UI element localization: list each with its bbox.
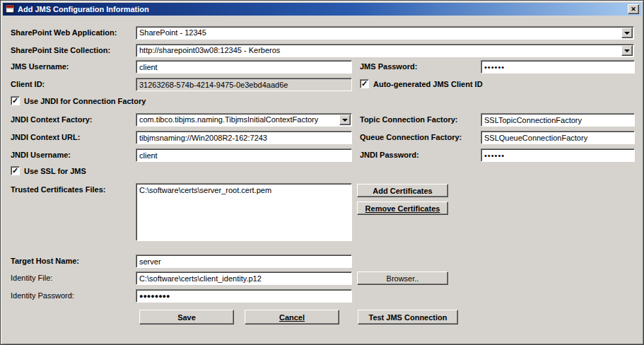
chevron-down-icon[interactable]: [621, 28, 633, 38]
jms-username-label: JMS Username:: [11, 60, 69, 74]
chevron-down-glyph: [624, 49, 630, 52]
close-icon: ✕: [631, 6, 636, 13]
topic-connection-factory-label: Topic Connection Factory:: [360, 113, 458, 127]
use-jndi-label: Use JNDI for Connection Factory: [24, 96, 146, 106]
auto-generated-client-id-checkbox[interactable]: ✓: [360, 79, 369, 88]
topic-connection-factory-input[interactable]: [481, 113, 635, 127]
save-button[interactable]: Save: [139, 310, 234, 324]
jndi-password-input[interactable]: [481, 148, 635, 162]
checkmark-icon: ✓: [12, 97, 18, 105]
test-jms-connection-label: Test JMS Connection: [368, 313, 447, 322]
sharepoint-site-collection-value: http://sharepoint03w08:12345 - Kerberos: [139, 45, 620, 56]
jndi-context-factory-label: JNDI Context Factory:: [11, 113, 93, 127]
identity-password-label: Identity Password:: [11, 289, 74, 303]
use-ssl-checkbox[interactable]: ✓: [11, 166, 20, 175]
remove-certificates-button[interactable]: Remove Certificates: [357, 201, 448, 215]
test-jms-connection-button[interactable]: Test JMS Connection: [358, 310, 458, 324]
titlebar: Add JMS Configuration Information ✕: [3, 3, 641, 16]
identity-file-label: Identity File:: [11, 271, 52, 285]
add-certificates-button[interactable]: Add Certificates: [357, 184, 448, 197]
trusted-certificates-listbox[interactable]: C:\software\certs\server_root.cert.pem: [136, 183, 352, 241]
browser-button[interactable]: Browser..: [357, 271, 448, 285]
sharepoint-site-collection-select[interactable]: http://sharepoint03w08:12345 - Kerberos: [136, 44, 634, 57]
remove-certificates-label: Remove Certificates: [365, 204, 440, 213]
checkmark-icon: ✓: [12, 167, 18, 175]
cancel-button[interactable]: Cancel: [245, 310, 339, 324]
client-id-input: [136, 78, 352, 91]
target-host-name-label: Target Host Name:: [11, 255, 79, 268]
jndi-username-input[interactable]: [136, 148, 352, 162]
sharepoint-web-application-label: SharePoint Web Application:: [11, 26, 117, 40]
chevron-down-icon[interactable]: [621, 45, 633, 56]
jndi-password-label: JNDI Password:: [360, 148, 419, 162]
jms-password-input[interactable]: [481, 60, 635, 74]
browser-button-label: Browser..: [387, 274, 419, 283]
use-jndi-checkbox[interactable]: ✓: [11, 96, 20, 105]
app-icon: [5, 4, 15, 14]
identity-password-input[interactable]: [136, 289, 352, 303]
trusted-certificates-label: Trusted Certificates Files:: [11, 183, 106, 197]
sharepoint-site-collection-label: SharePoint Site Collection:: [11, 44, 110, 57]
close-button[interactable]: ✕: [628, 4, 639, 14]
use-ssl-label: Use SSL for JMS: [24, 166, 86, 176]
jms-username-input[interactable]: [136, 60, 352, 74]
jndi-context-factory-select[interactable]: com.tibco.tibjms.naming.TibjmsInitialCon…: [136, 113, 352, 127]
client-id-label: Client ID:: [11, 78, 45, 91]
queue-connection-factory-label: Queue Connection Factory:: [360, 131, 462, 144]
queue-connection-factory-input[interactable]: [481, 131, 635, 144]
chevron-down-glyph: [624, 32, 630, 35]
jndi-context-url-label: JNDI Context URL:: [11, 131, 80, 144]
target-host-name-input[interactable]: [136, 255, 352, 268]
jndi-context-factory-value: com.tibco.tibjms.naming.TibjmsInitialCon…: [139, 115, 338, 125]
dialog-window: Add JMS Configuration Information ✕ Shar…: [0, 0, 644, 345]
jndi-context-url-input[interactable]: [136, 131, 352, 144]
sharepoint-web-application-value: SharePoint - 12345: [139, 28, 620, 38]
auto-generated-client-id-label: Auto-generated JMS Client ID: [373, 79, 483, 89]
certificate-item[interactable]: C:\software\certs\server_root.cert.pem: [139, 185, 349, 195]
chevron-down-icon[interactable]: [339, 115, 351, 125]
save-button-label: Save: [177, 313, 196, 322]
cancel-button-label: Cancel: [279, 313, 305, 322]
add-certificates-label: Add Certificates: [373, 187, 432, 195]
jndi-username-label: JNDI Username:: [11, 148, 71, 162]
checkmark-icon: ✓: [361, 80, 368, 88]
sharepoint-web-application-select[interactable]: SharePoint - 12345: [136, 26, 634, 40]
chevron-down-glyph: [342, 119, 348, 122]
window-title: Add JMS Configuration Information: [18, 5, 628, 13]
jms-password-label: JMS Password:: [360, 60, 417, 74]
identity-file-input[interactable]: [136, 271, 352, 285]
